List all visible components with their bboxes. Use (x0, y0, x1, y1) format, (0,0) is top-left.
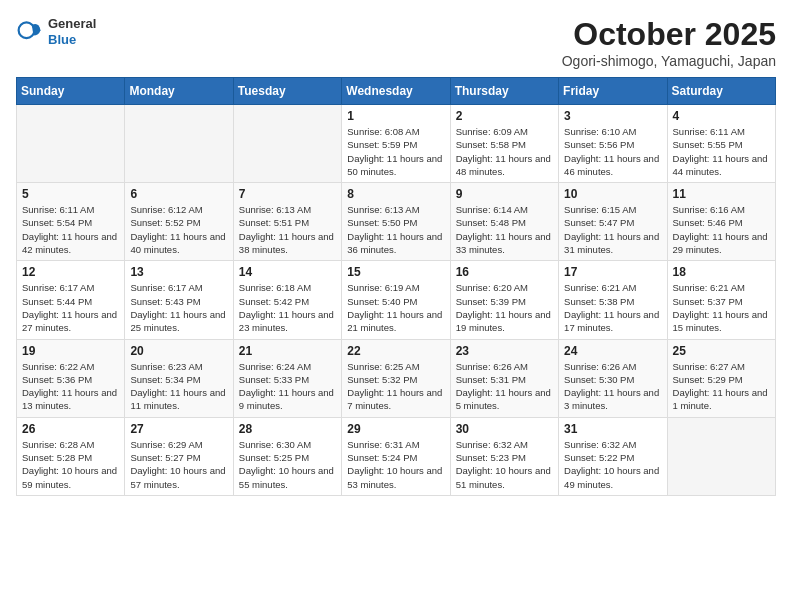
day-number: 21 (239, 344, 336, 358)
day-info: Sunrise: 6:08 AMSunset: 5:59 PMDaylight:… (347, 125, 444, 178)
calendar-cell: 24Sunrise: 6:26 AMSunset: 5:30 PMDayligh… (559, 339, 667, 417)
day-number: 11 (673, 187, 770, 201)
calendar-cell: 1Sunrise: 6:08 AMSunset: 5:59 PMDaylight… (342, 105, 450, 183)
calendar-cell: 12Sunrise: 6:17 AMSunset: 5:44 PMDayligh… (17, 261, 125, 339)
day-number: 2 (456, 109, 553, 123)
day-number: 10 (564, 187, 661, 201)
weekday-header: Wednesday (342, 78, 450, 105)
calendar-cell: 29Sunrise: 6:31 AMSunset: 5:24 PMDayligh… (342, 417, 450, 495)
day-info: Sunrise: 6:15 AMSunset: 5:47 PMDaylight:… (564, 203, 661, 256)
day-number: 3 (564, 109, 661, 123)
day-info: Sunrise: 6:31 AMSunset: 5:24 PMDaylight:… (347, 438, 444, 491)
day-number: 25 (673, 344, 770, 358)
day-info: Sunrise: 6:10 AMSunset: 5:56 PMDaylight:… (564, 125, 661, 178)
calendar-cell: 20Sunrise: 6:23 AMSunset: 5:34 PMDayligh… (125, 339, 233, 417)
calendar-cell (17, 105, 125, 183)
day-info: Sunrise: 6:25 AMSunset: 5:32 PMDaylight:… (347, 360, 444, 413)
day-info: Sunrise: 6:18 AMSunset: 5:42 PMDaylight:… (239, 281, 336, 334)
day-info: Sunrise: 6:09 AMSunset: 5:58 PMDaylight:… (456, 125, 553, 178)
day-info: Sunrise: 6:26 AMSunset: 5:30 PMDaylight:… (564, 360, 661, 413)
logo-icon (16, 18, 44, 46)
day-info: Sunrise: 6:30 AMSunset: 5:25 PMDaylight:… (239, 438, 336, 491)
calendar-cell: 5Sunrise: 6:11 AMSunset: 5:54 PMDaylight… (17, 183, 125, 261)
day-info: Sunrise: 6:27 AMSunset: 5:29 PMDaylight:… (673, 360, 770, 413)
calendar-cell: 7Sunrise: 6:13 AMSunset: 5:51 PMDaylight… (233, 183, 341, 261)
day-info: Sunrise: 6:22 AMSunset: 5:36 PMDaylight:… (22, 360, 119, 413)
calendar-cell: 18Sunrise: 6:21 AMSunset: 5:37 PMDayligh… (667, 261, 775, 339)
calendar-cell: 17Sunrise: 6:21 AMSunset: 5:38 PMDayligh… (559, 261, 667, 339)
day-number: 26 (22, 422, 119, 436)
calendar-week-row: 5Sunrise: 6:11 AMSunset: 5:54 PMDaylight… (17, 183, 776, 261)
day-number: 23 (456, 344, 553, 358)
day-number: 7 (239, 187, 336, 201)
calendar-cell: 14Sunrise: 6:18 AMSunset: 5:42 PMDayligh… (233, 261, 341, 339)
day-number: 4 (673, 109, 770, 123)
day-info: Sunrise: 6:23 AMSunset: 5:34 PMDaylight:… (130, 360, 227, 413)
day-info: Sunrise: 6:19 AMSunset: 5:40 PMDaylight:… (347, 281, 444, 334)
calendar-cell: 21Sunrise: 6:24 AMSunset: 5:33 PMDayligh… (233, 339, 341, 417)
day-number: 28 (239, 422, 336, 436)
day-info: Sunrise: 6:32 AMSunset: 5:23 PMDaylight:… (456, 438, 553, 491)
calendar-cell: 10Sunrise: 6:15 AMSunset: 5:47 PMDayligh… (559, 183, 667, 261)
day-number: 20 (130, 344, 227, 358)
day-info: Sunrise: 6:24 AMSunset: 5:33 PMDaylight:… (239, 360, 336, 413)
day-number: 19 (22, 344, 119, 358)
title-area: October 2025 Ogori-shimogo, Yamaguchi, J… (562, 16, 776, 69)
location: Ogori-shimogo, Yamaguchi, Japan (562, 53, 776, 69)
logo: General Blue (16, 16, 96, 47)
calendar-cell: 26Sunrise: 6:28 AMSunset: 5:28 PMDayligh… (17, 417, 125, 495)
calendar-cell (233, 105, 341, 183)
day-number: 9 (456, 187, 553, 201)
svg-point-0 (19, 22, 35, 38)
day-number: 22 (347, 344, 444, 358)
weekday-header: Friday (559, 78, 667, 105)
weekday-header: Tuesday (233, 78, 341, 105)
day-info: Sunrise: 6:28 AMSunset: 5:28 PMDaylight:… (22, 438, 119, 491)
day-info: Sunrise: 6:20 AMSunset: 5:39 PMDaylight:… (456, 281, 553, 334)
day-number: 29 (347, 422, 444, 436)
calendar-cell: 30Sunrise: 6:32 AMSunset: 5:23 PMDayligh… (450, 417, 558, 495)
weekday-header: Thursday (450, 78, 558, 105)
calendar-cell: 28Sunrise: 6:30 AMSunset: 5:25 PMDayligh… (233, 417, 341, 495)
month-title: October 2025 (562, 16, 776, 53)
calendar-cell: 4Sunrise: 6:11 AMSunset: 5:55 PMDaylight… (667, 105, 775, 183)
calendar-cell: 8Sunrise: 6:13 AMSunset: 5:50 PMDaylight… (342, 183, 450, 261)
calendar-cell: 3Sunrise: 6:10 AMSunset: 5:56 PMDaylight… (559, 105, 667, 183)
calendar-table: SundayMondayTuesdayWednesdayThursdayFrid… (16, 77, 776, 496)
day-number: 24 (564, 344, 661, 358)
calendar-week-row: 19Sunrise: 6:22 AMSunset: 5:36 PMDayligh… (17, 339, 776, 417)
day-info: Sunrise: 6:14 AMSunset: 5:48 PMDaylight:… (456, 203, 553, 256)
day-info: Sunrise: 6:32 AMSunset: 5:22 PMDaylight:… (564, 438, 661, 491)
day-info: Sunrise: 6:26 AMSunset: 5:31 PMDaylight:… (456, 360, 553, 413)
calendar-cell: 13Sunrise: 6:17 AMSunset: 5:43 PMDayligh… (125, 261, 233, 339)
calendar-week-row: 1Sunrise: 6:08 AMSunset: 5:59 PMDaylight… (17, 105, 776, 183)
day-number: 15 (347, 265, 444, 279)
logo-text: General Blue (48, 16, 96, 47)
calendar-week-row: 26Sunrise: 6:28 AMSunset: 5:28 PMDayligh… (17, 417, 776, 495)
day-number: 16 (456, 265, 553, 279)
weekday-header: Sunday (17, 78, 125, 105)
calendar-cell: 6Sunrise: 6:12 AMSunset: 5:52 PMDaylight… (125, 183, 233, 261)
day-info: Sunrise: 6:11 AMSunset: 5:55 PMDaylight:… (673, 125, 770, 178)
day-info: Sunrise: 6:17 AMSunset: 5:44 PMDaylight:… (22, 281, 119, 334)
day-info: Sunrise: 6:13 AMSunset: 5:51 PMDaylight:… (239, 203, 336, 256)
day-info: Sunrise: 6:17 AMSunset: 5:43 PMDaylight:… (130, 281, 227, 334)
calendar-cell: 15Sunrise: 6:19 AMSunset: 5:40 PMDayligh… (342, 261, 450, 339)
day-number: 12 (22, 265, 119, 279)
day-number: 8 (347, 187, 444, 201)
weekday-header: Monday (125, 78, 233, 105)
calendar-week-row: 12Sunrise: 6:17 AMSunset: 5:44 PMDayligh… (17, 261, 776, 339)
calendar-cell: 25Sunrise: 6:27 AMSunset: 5:29 PMDayligh… (667, 339, 775, 417)
calendar-cell: 23Sunrise: 6:26 AMSunset: 5:31 PMDayligh… (450, 339, 558, 417)
day-info: Sunrise: 6:11 AMSunset: 5:54 PMDaylight:… (22, 203, 119, 256)
calendar-cell: 19Sunrise: 6:22 AMSunset: 5:36 PMDayligh… (17, 339, 125, 417)
day-number: 17 (564, 265, 661, 279)
calendar-cell: 27Sunrise: 6:29 AMSunset: 5:27 PMDayligh… (125, 417, 233, 495)
day-number: 1 (347, 109, 444, 123)
calendar-cell: 2Sunrise: 6:09 AMSunset: 5:58 PMDaylight… (450, 105, 558, 183)
weekday-header: Saturday (667, 78, 775, 105)
calendar-cell (125, 105, 233, 183)
calendar-cell: 31Sunrise: 6:32 AMSunset: 5:22 PMDayligh… (559, 417, 667, 495)
calendar-cell: 22Sunrise: 6:25 AMSunset: 5:32 PMDayligh… (342, 339, 450, 417)
day-info: Sunrise: 6:21 AMSunset: 5:37 PMDaylight:… (673, 281, 770, 334)
